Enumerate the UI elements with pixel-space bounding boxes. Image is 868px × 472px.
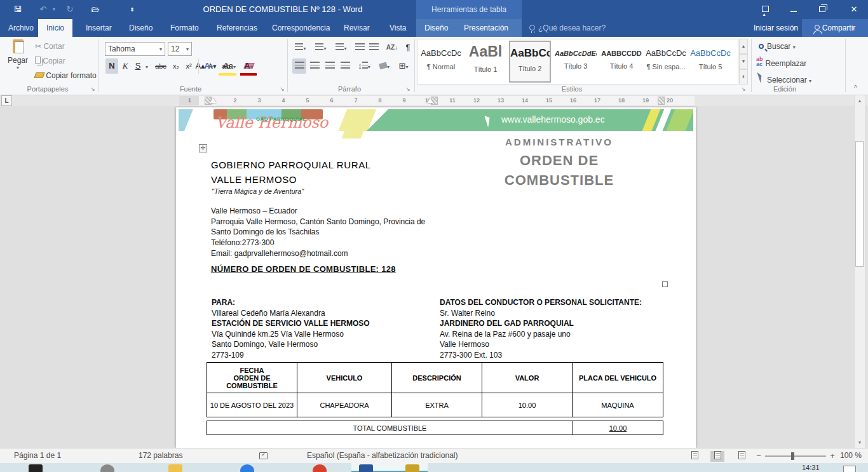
tab-referencias[interactable]: Referencias: [208, 19, 266, 37]
cell-valor[interactable]: 10.00: [482, 393, 573, 417]
minimize-icon[interactable]: [780, 0, 808, 19]
decrease-indent-button[interactable]: [353, 40, 366, 55]
sort-button[interactable]: AZ↓: [384, 40, 400, 55]
justify-button[interactable]: [338, 58, 352, 74]
collapse-ribbon-icon[interactable]: ^: [854, 84, 857, 91]
read-mode-icon[interactable]: [688, 451, 702, 462]
total-label[interactable]: TOTAL COMBUSTIBLE: [207, 421, 573, 435]
multilevel-list-button[interactable]: ▾: [333, 40, 349, 55]
chrome-browser-icon[interactable]: [313, 464, 327, 472]
header-descripcion[interactable]: DESCRIPCIÓN: [392, 363, 482, 393]
total-value[interactable]: 10.00: [573, 421, 663, 435]
cut-button[interactable]: ✂ Cortar: [35, 42, 65, 51]
line-spacing-button[interactable]: ↕▾: [356, 58, 372, 74]
font-family-select[interactable]: Tahoma▾: [105, 42, 165, 56]
style-normal[interactable]: AaBbCcDc¶ Normal: [420, 41, 462, 83]
language-indicator[interactable]: Español (España - alfabetización tradici…: [307, 448, 458, 464]
increase-indent-button[interactable]: [367, 40, 380, 55]
save-icon[interactable]: 🖫: [11, 4, 24, 15]
font-size-select[interactable]: 12▾: [168, 42, 192, 56]
style-sin-espaciado[interactable]: AaBbCcDc¶ Sin espa...: [645, 41, 687, 83]
tray-icon[interactable]: [843, 466, 856, 472]
style-titulo1[interactable]: AaBlTítulo 1: [465, 41, 506, 83]
file-explorer-icon[interactable]: [168, 464, 182, 472]
tab-diseno[interactable]: Diseño: [121, 19, 161, 37]
style-titulo3[interactable]: AaBbCcDdEeTítulo 3: [555, 41, 597, 83]
close-icon[interactable]: ✕: [840, 0, 868, 19]
scroll-down-icon[interactable]: ▼: [855, 438, 864, 447]
underline-dropdown-icon[interactable]: ▾: [144, 58, 150, 74]
font-dialog-launcher-icon[interactable]: ↘: [278, 85, 286, 93]
selection-handle[interactable]: [662, 281, 668, 287]
tab-table-diseno[interactable]: Diseño: [416, 19, 456, 37]
paste-dropdown-icon[interactable]: ▾: [5, 65, 31, 71]
italic-button[interactable]: K: [119, 58, 131, 74]
paragraph-dialog-launcher-icon[interactable]: ↘: [404, 85, 412, 93]
tab-revisar[interactable]: Revisar: [336, 19, 378, 37]
styles-scroll-up-icon[interactable]: ▲: [739, 39, 748, 54]
page-count[interactable]: Página 1 de 1: [14, 448, 61, 464]
web-layout-icon[interactable]: [735, 451, 749, 462]
style-titulo4[interactable]: AABBCCDDTítulo 4: [600, 41, 642, 83]
tab-archivo[interactable]: Archivo: [0, 19, 42, 37]
format-painter-button[interactable]: Copiar formato: [35, 71, 97, 80]
word-count[interactable]: 172 palabras: [139, 448, 182, 464]
undo-icon[interactable]: ↶: [37, 4, 50, 15]
underline-button[interactable]: S: [132, 58, 144, 74]
header-valor[interactable]: VALOR: [482, 363, 573, 393]
tell-me-box[interactable]: ¿Qué desea hacer?: [529, 19, 606, 37]
right-indent-marker[interactable]: [427, 98, 433, 103]
pen-app-icon[interactable]: [405, 464, 419, 472]
text-effects-button[interactable]: A▾: [202, 58, 215, 74]
strikethrough-button[interactable]: abc: [153, 58, 169, 74]
zoom-in-icon[interactable]: +: [827, 450, 837, 462]
tab-formato[interactable]: Formato: [162, 19, 207, 37]
paste-button[interactable]: Pegar ▾: [5, 39, 31, 84]
borders-button[interactable]: ⊞▾: [395, 58, 412, 74]
zoom-slider-thumb[interactable]: [791, 452, 794, 460]
replace-button[interactable]: abacReemplazar: [756, 57, 806, 68]
edge-browser-icon[interactable]: [240, 464, 254, 472]
bullets-button[interactable]: ▾: [292, 40, 309, 55]
open-icon[interactable]: 🗁: [89, 4, 102, 15]
tab-correspondencia[interactable]: Correspondencia: [264, 19, 338, 37]
undo-dropdown-icon[interactable]: ▾: [51, 4, 57, 15]
style-titulo5[interactable]: AaBbCcDcTítulo 5: [689, 41, 731, 83]
styles-dialog-launcher-icon[interactable]: ↘: [740, 85, 747, 93]
highlight-button[interactable]: ab▾: [219, 58, 236, 74]
tab-selector[interactable]: L: [1, 95, 12, 106]
align-right-button[interactable]: [323, 58, 337, 74]
cell-placa[interactable]: MAQUINA: [573, 393, 663, 417]
pilcrow-button[interactable]: ¶: [403, 40, 413, 55]
shading-button[interactable]: ▾: [376, 58, 393, 74]
zoom-slider-track[interactable]: [765, 455, 826, 457]
select-button[interactable]: Seleccionar ▾: [759, 71, 811, 84]
tab-inicio[interactable]: Inicio: [38, 19, 72, 37]
cell-descripcion[interactable]: EXTRA: [392, 393, 482, 417]
table-move-handle-icon[interactable]: ✛: [199, 144, 207, 152]
proofing-icon[interactable]: [259, 452, 268, 461]
zoom-percentage[interactable]: 100 %: [840, 448, 862, 464]
font-color-button[interactable]: A▾: [240, 58, 257, 74]
search-taskbar-icon[interactable]: [100, 464, 114, 472]
subscript-button[interactable]: x₂: [170, 58, 182, 74]
tab-table-presentacion[interactable]: Presentación: [456, 19, 517, 37]
clipboard-dialog-launcher-icon[interactable]: ↘: [89, 85, 97, 93]
styles-gallery-more-icon[interactable]: ⇟: [739, 69, 748, 84]
tab-insertar[interactable]: Insertar: [78, 19, 120, 37]
numbering-button[interactable]: ▾: [313, 40, 329, 55]
align-left-button[interactable]: [292, 58, 306, 74]
align-center-button[interactable]: [308, 58, 322, 74]
share-button[interactable]: Compartir: [802, 19, 868, 37]
print-layout-icon[interactable]: [710, 451, 724, 462]
header-vehiculo[interactable]: VEHICULO: [297, 363, 392, 393]
taskbar-clock[interactable]: 14:31: [802, 464, 820, 471]
header-fecha[interactable]: FECHA ORDEN DE COMBUSTIBLE: [207, 363, 297, 393]
style-titulo2-selected[interactable]: AaBbCcTítulo 2: [509, 41, 551, 83]
cell-fecha[interactable]: 10 DE AGOSTO DEL 2023: [207, 393, 297, 417]
table-column-marker[interactable]: [658, 97, 665, 105]
ribbon-display-options-icon[interactable]: [751, 0, 779, 19]
start-button-icon[interactable]: [29, 464, 43, 472]
redo-icon[interactable]: ↻: [64, 4, 76, 15]
tab-vista[interactable]: Vista: [381, 19, 414, 37]
